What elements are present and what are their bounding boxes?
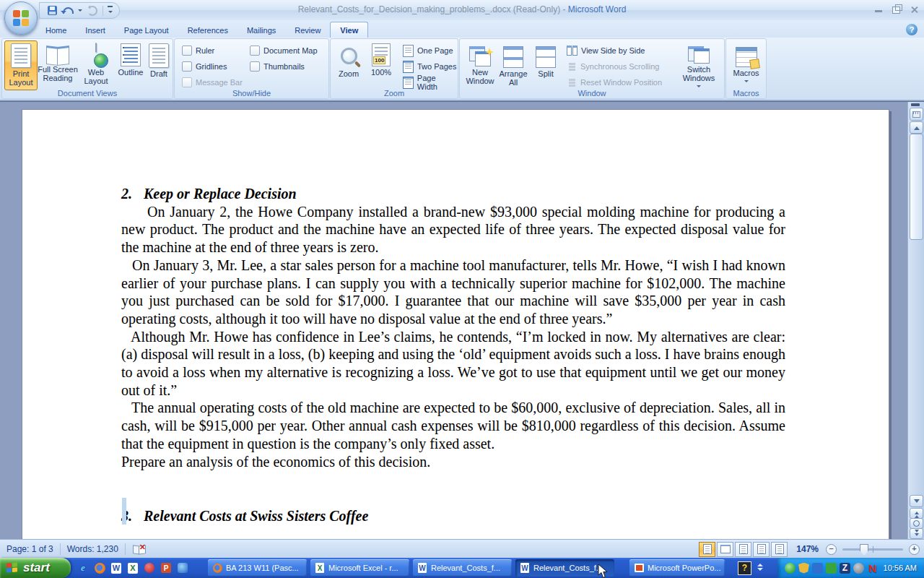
vertical-scrollbar[interactable] xyxy=(907,102,924,540)
thumbnails-checkbox[interactable] xyxy=(250,61,260,72)
zoom-slider-thumb[interactable] xyxy=(860,544,868,556)
message-bar-checkbox-row: Message Bar xyxy=(182,76,243,89)
select-browse-object-button[interactable] xyxy=(910,518,923,529)
tab-references[interactable]: References xyxy=(178,22,237,38)
tab-mailings[interactable]: Mailings xyxy=(237,22,285,38)
arrange-all-button[interactable]: Arrange All xyxy=(497,41,530,90)
restore-button[interactable] xyxy=(892,7,900,14)
volume-icon[interactable] xyxy=(853,563,864,574)
close-button[interactable] xyxy=(910,6,918,14)
paragraph[interactable]: Prepare an analysis of the economics of … xyxy=(121,453,785,471)
tab-review[interactable]: Review xyxy=(285,22,330,38)
document-page[interactable]: 2.Keep or Replace Decision On January 2,… xyxy=(22,109,889,540)
paragraph[interactable]: The annual operating costs of the old ma… xyxy=(121,399,785,452)
heading-swiss-sisters[interactable]: 3.Relevant Costs at Swiss Sisters Coffee xyxy=(121,507,785,525)
help-window-icon[interactable] xyxy=(738,561,751,575)
heading-keep-or-replace[interactable]: 2.Keep or Replace Decision xyxy=(121,185,785,203)
taskbar-button-excel[interactable]: X Microsoft Excel - r... xyxy=(310,559,409,577)
key-icon[interactable] xyxy=(144,562,155,574)
word-icon[interactable]: W xyxy=(110,562,122,574)
word-count[interactable]: Words: 1,230 xyxy=(61,544,125,554)
draft-button[interactable]: Draft xyxy=(146,41,172,90)
zonealarm-icon[interactable]: Z xyxy=(840,563,850,574)
print-layout-button[interactable]: Print Layout xyxy=(4,40,38,90)
macros-button[interactable]: Macros xyxy=(730,41,762,90)
split-button[interactable]: Split xyxy=(531,41,560,90)
help-icon[interactable] xyxy=(906,24,918,35)
side-by-side-icon xyxy=(567,46,578,56)
scrollbar-thumb[interactable] xyxy=(910,134,923,240)
msn-icon[interactable] xyxy=(177,562,188,574)
netsupport-icon[interactable]: N xyxy=(867,563,878,574)
gridlines-checkbox-row[interactable]: Gridlines xyxy=(182,60,227,73)
taskbar-button-powerpoint[interactable]: Microsoft PowerPo... xyxy=(629,559,725,577)
powerpoint-icon[interactable]: P xyxy=(160,562,172,574)
zoom-100-button[interactable]: 100% xyxy=(365,41,397,90)
ruler-checkbox-row[interactable]: Ruler xyxy=(182,44,214,57)
thumbnails-checkbox-row[interactable]: Thumbnails xyxy=(250,60,305,73)
firefox-icon[interactable] xyxy=(94,562,105,574)
outline-view-button[interactable] xyxy=(753,542,770,557)
zoom-button[interactable]: Zoom xyxy=(334,41,364,90)
ruler-checkbox[interactable] xyxy=(182,46,192,56)
new-window-button[interactable]: New Window xyxy=(463,41,497,90)
undo-dropdown-caret[interactable] xyxy=(78,9,82,14)
word-application-window: Relevant_Costs_for_Decision_making_probl… xyxy=(0,0,924,578)
two-pages-button[interactable]: Two Pages xyxy=(403,60,456,73)
web-layout-view-button[interactable] xyxy=(735,542,751,557)
split-handle[interactable] xyxy=(911,103,920,106)
excel-icon[interactable]: X xyxy=(127,562,139,574)
new-window-icon xyxy=(469,46,491,66)
tools-icon[interactable] xyxy=(812,563,823,574)
arrow-down-icon xyxy=(914,499,920,506)
group-label-document-views: Document Views xyxy=(2,88,173,98)
zoom-out-button[interactable]: – xyxy=(826,544,837,555)
zoom-level[interactable]: 147% xyxy=(796,544,819,554)
next-page-button[interactable] xyxy=(910,528,923,539)
switch-windows-button[interactable]: Switch Windows xyxy=(676,41,721,90)
mouse-cursor xyxy=(598,564,608,578)
messenger-icon[interactable] xyxy=(785,563,796,574)
undo-button[interactable] xyxy=(62,5,74,17)
customize-qat-button[interactable] xyxy=(108,6,113,15)
scroll-up-button[interactable] xyxy=(910,121,923,134)
tab-view[interactable]: View xyxy=(330,22,368,38)
view-ruler-toggle-button[interactable] xyxy=(910,108,923,121)
paragraph[interactable]: On January 2, the Howe Company installed… xyxy=(121,203,785,256)
internet-explorer-icon[interactable]: e xyxy=(77,562,89,574)
antivirus-icon[interactable] xyxy=(826,563,837,574)
taskbar-button-word-1[interactable]: W Relevant_Costs_f... xyxy=(413,559,512,577)
start-button[interactable]: start xyxy=(0,558,71,578)
web-layout-button[interactable]: Web Layout xyxy=(79,41,113,90)
print-layout-view-button[interactable] xyxy=(699,542,715,557)
page-indicator[interactable]: Page: 1 of 3 xyxy=(0,544,60,554)
document-map-checkbox-row[interactable]: Document Map xyxy=(250,44,318,57)
previous-page-button[interactable] xyxy=(910,508,923,519)
document-map-checkbox[interactable] xyxy=(250,46,260,56)
office-button[interactable] xyxy=(4,1,38,35)
taskbar-clock[interactable]: 10:56 AM xyxy=(884,564,920,572)
page-width-button[interactable]: Page Width xyxy=(403,76,458,89)
zoom-in-button[interactable]: + xyxy=(909,544,920,555)
paragraph[interactable]: Although Mr. Howe has confidence in Lee’… xyxy=(121,328,785,400)
paragraph[interactable]: On January 3, Mr. Lee, a star sales pers… xyxy=(121,256,785,328)
outline-button[interactable]: Outline xyxy=(114,41,147,90)
full-screen-view-button[interactable] xyxy=(717,542,733,557)
tab-insert[interactable]: Insert xyxy=(76,22,115,38)
scroll-down-button[interactable] xyxy=(910,495,923,507)
draft-view-button[interactable] xyxy=(771,542,788,557)
view-side-by-side-button[interactable]: View Side by Side xyxy=(567,44,645,57)
zoom-slider-track[interactable] xyxy=(842,548,903,551)
one-page-button[interactable]: One Page xyxy=(403,44,453,57)
shield-icon[interactable] xyxy=(798,563,809,574)
full-screen-reading-button[interactable]: Full Screen Reading xyxy=(38,41,78,90)
taskbar-button-firefox[interactable]: BA 213 W11 (Pasc... xyxy=(208,559,307,577)
tab-page-layout[interactable]: Page Layout xyxy=(115,22,178,38)
redo-button[interactable] xyxy=(87,5,98,17)
save-button[interactable] xyxy=(46,5,58,17)
minimize-button[interactable] xyxy=(875,10,882,12)
tab-home[interactable]: Home xyxy=(36,22,76,38)
proofing-errors-icon[interactable] xyxy=(133,544,146,554)
gridlines-checkbox[interactable] xyxy=(182,61,192,72)
taskbar-chevron-icon[interactable] xyxy=(757,562,763,572)
